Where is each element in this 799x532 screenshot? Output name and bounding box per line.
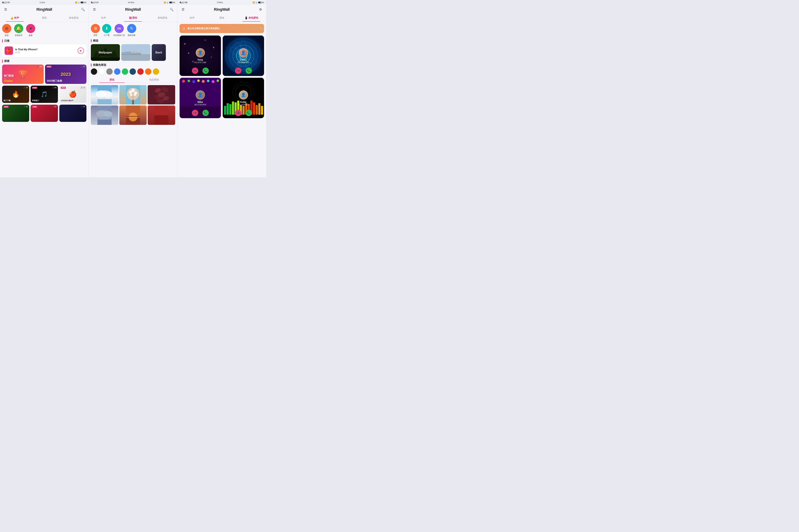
icon-manage[interactable]: 🔔 管理铃声 — [14, 24, 23, 37]
tab-ringtone-3[interactable]: 铃声 — [178, 14, 207, 22]
warning-icon: ⚠ — [182, 26, 185, 31]
small-music-row: 🎵 39 🔥 热门下载 NEW 🎵 48 🎵 抖音热门 — [2, 86, 87, 103]
music-card-2023[interactable]: NEW 🎵 20 2023 2023热门金曲 — [45, 64, 87, 84]
gray-svg — [91, 106, 118, 125]
content-ringtone: ⊞ 类型 🔔 管理铃声 ♥ 最爱 日推 🍎 Is That My iPhone?… — [0, 22, 89, 177]
color-blue[interactable] — [114, 69, 121, 75]
tab-wallpaper-3[interactable]: 壁纸 — [207, 14, 237, 22]
tab-ringtone-1[interactable]: 🔔 铃声 — [0, 14, 30, 22]
featured-back[interactable]: Back — [152, 44, 166, 61]
svg-point-15 — [104, 92, 112, 98]
mike-avatar: 👤 — [196, 90, 205, 99]
wp-download-icon: ⬇ — [102, 24, 111, 33]
color-orange[interactable] — [145, 69, 151, 75]
app-header-2: ☰ RingWall 🔍 — [89, 5, 177, 14]
tab-incoming-1[interactable]: 来电壁纸 — [59, 14, 89, 22]
app-title-2: RingWall — [125, 7, 141, 12]
call-card-mike[interactable]: 👤 Mike 362-5728-6924 📵 📞 — [180, 78, 221, 118]
color-gray[interactable] — [106, 69, 113, 75]
settings-button[interactable]: ⚙ — [258, 7, 264, 12]
leaves-svg — [148, 85, 175, 104]
call-card-tony[interactable]: ♥ ♥ ♥ ♥ ♥ ♥ ♥ 👤 Tony 012-8747-1386 📵 — [180, 36, 221, 76]
menu-button-1[interactable]: ☰ — [3, 7, 8, 12]
wifi-icon: 📡 — [78, 2, 80, 3]
wallpaper-gray[interactable] — [91, 106, 118, 125]
search-button-1[interactable]: 🔍 — [80, 7, 86, 12]
wallpaper-cherry[interactable] — [119, 85, 147, 104]
sub-tab-live[interactable]: 动态壁纸 — [133, 77, 175, 83]
menu-button-3[interactable]: ☰ — [180, 7, 186, 12]
play-button[interactable]: ▶ — [78, 48, 84, 54]
call-card-grid: ♥ ♥ ♥ ♥ ♥ ♥ ♥ 👤 Tony 012-8747-1386 📵 — [180, 36, 264, 118]
note-icon-fire: 🎵 — [23, 87, 25, 89]
kobe-accept-btn[interactable]: 📞 — [246, 110, 252, 116]
note-icon-1: 🎵 — [37, 65, 39, 68]
daily-section-title: 日推 — [2, 39, 87, 42]
featured-wallpaper[interactable]: Wallpaper — [91, 44, 120, 61]
wallpaper-red[interactable] — [148, 106, 175, 125]
kobe-decline-btn[interactable]: 📵 — [235, 110, 241, 116]
app-header-3: ☰ RingWall ⚙ — [178, 5, 266, 14]
signal-icon: 📶 — [75, 2, 77, 3]
wp-icon-auto[interactable]: ON 自动更换工具 — [113, 24, 125, 37]
battery-icon-2 — [169, 2, 172, 3]
bottom-card-2[interactable]: NEW 🎵 39 — [31, 104, 58, 122]
photo-icon: 🖼 — [129, 17, 131, 19]
color-black[interactable] — [91, 69, 97, 75]
cherry-svg — [119, 85, 147, 104]
tab-incoming-3[interactable]: 📱 来电壁纸 — [237, 14, 266, 22]
tony-decline-btn[interactable]: 📵 — [192, 68, 198, 74]
card-fire[interactable]: 🎵 39 🔥 热门下载 — [2, 86, 29, 103]
icon-type-1[interactable]: ⊞ 类型 — [2, 24, 11, 37]
wp-icon-random[interactable]: ↻ 随机切换 — [127, 24, 136, 37]
bottom-card-1[interactable]: NEW 🎵 26 — [2, 104, 29, 122]
color-white[interactable] — [98, 69, 105, 75]
panel-wallpaper: 晚上7:27 44.9K/s 📶 📡 85 ☰ RingWall 🔍 铃声 🖼 … — [89, 0, 178, 177]
sub-tab-wallpaper[interactable]: 壁纸 — [91, 77, 133, 83]
daily-pick-card[interactable]: 🍎 Is That My iPhone? 00:36 ▶ — [2, 44, 87, 57]
tab-ringtone-2[interactable]: 铃声 — [89, 14, 118, 22]
card-tiktok[interactable]: NEW 🎵 48 🎵 抖音热门 — [31, 86, 58, 103]
tab-wallpaper-1[interactable]: 壁纸 — [30, 14, 59, 22]
panel-ringtone: 晚上7:27 0.2K/s 📶 📡 85 ☰ RingWall 🔍 🔔 铃声 壁… — [0, 0, 89, 177]
bottom-card-row: NEW 🎵 26 NEW 🎵 39 🎵 29 — [2, 104, 87, 122]
new-badge-tiktok: NEW — [32, 87, 37, 89]
color-green[interactable] — [122, 69, 128, 75]
new-badge-b1: NEW — [3, 106, 8, 108]
battery-icon-1 — [80, 2, 84, 3]
bottom-card-3[interactable]: 🎵 29 — [59, 104, 87, 122]
tab-incoming-2[interactable]: 来电壁纸 — [148, 14, 177, 22]
time-1: 晚上7:27 — [2, 1, 10, 4]
mike-decline-btn[interactable]: 📵 — [192, 110, 198, 116]
count-hot: 154 — [39, 65, 42, 68]
signal-icon-3: 📶 — [253, 2, 255, 3]
color-yellow[interactable] — [153, 69, 159, 75]
svg-rect-36 — [97, 119, 112, 125]
search-button-2[interactable]: 🔍 — [169, 7, 175, 12]
color-dark-blue[interactable] — [130, 69, 136, 75]
tab-wallpaper-2[interactable]: 🖼 壁纸 — [118, 14, 148, 22]
menu-button-2[interactable]: ☰ — [92, 7, 97, 12]
svg-rect-40 — [126, 116, 140, 117]
wallpaper-sky[interactable] — [91, 85, 118, 104]
tony-number: 012-8747-1386 — [194, 61, 206, 63]
color-red[interactable] — [137, 69, 144, 75]
wp-icon-type[interactable]: ⊞ 类型 — [91, 24, 100, 37]
wallpaper-sunset[interactable] — [119, 106, 147, 125]
permission-banner[interactable]: ⚠ 请允许必要权限以显示来电壁纸。 › — [180, 24, 264, 33]
call-card-kobe[interactable]: 👤 Kobe 603-1458-9812 📵 📞 — [223, 78, 264, 118]
daisy-accept-btn[interactable]: 📞 — [246, 68, 252, 74]
call-card-daisy[interactable]: 👤 Daisy 331-7569-7853 📵 📞 — [223, 36, 264, 76]
mike-accept-btn[interactable]: 📞 — [202, 110, 209, 116]
svg-rect-16 — [97, 99, 112, 104]
wallpaper-leaves[interactable] — [148, 85, 175, 104]
wp-icon-downloaded[interactable]: ⬇ 已下载 — [102, 24, 111, 37]
tony-accept-btn[interactable]: 📞 — [202, 68, 209, 74]
featured-nature[interactable]: Nature — [121, 44, 150, 61]
music-card-hot[interactable]: 🎵 154 🏆 热门歌曲 — Global — [2, 64, 44, 84]
daisy-decline-btn[interactable]: 📵 — [235, 68, 241, 74]
svg-rect-42 — [155, 115, 168, 125]
icon-favorites[interactable]: ♥ 最爱 — [26, 24, 35, 37]
svg-point-35 — [104, 111, 112, 117]
card-apple[interactable]: NEW 🎵 10 🍎 水果系统专属铃声 — [59, 86, 87, 103]
